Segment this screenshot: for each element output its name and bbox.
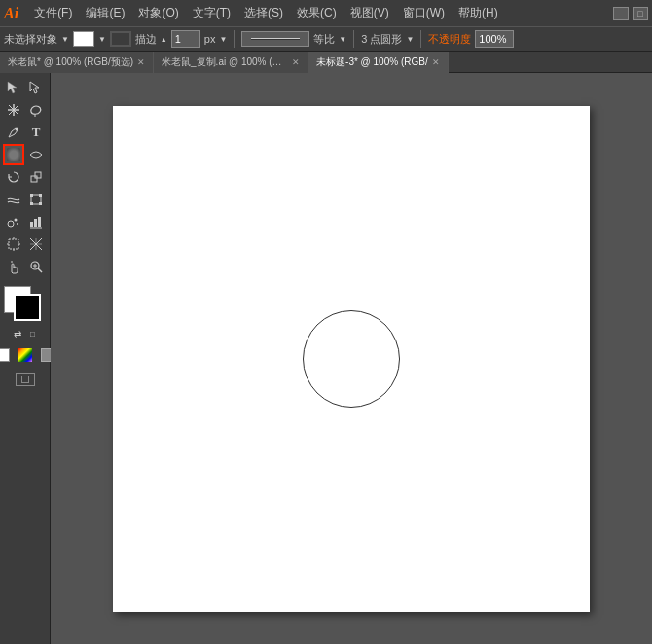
mesh-tool-icon <box>7 148 20 161</box>
stroke-line-preview <box>251 38 300 40</box>
menu-file[interactable]: 文件(F) <box>28 3 78 23</box>
menu-object[interactable]: 对象(O) <box>132 3 184 23</box>
bottom-tool-row-2 <box>15 369 36 390</box>
tab-close-0[interactable]: ✕ <box>137 57 145 67</box>
color-area <box>4 286 47 323</box>
hand-tool[interactable] <box>3 256 24 277</box>
selection-tool[interactable] <box>3 77 24 98</box>
free-transform-tool[interactable] <box>25 189 47 210</box>
divider2 <box>353 30 354 48</box>
text-tool[interactable]: T <box>25 122 47 143</box>
magic-wand-tool[interactable] <box>3 99 24 121</box>
menu-view[interactable]: 视图(V) <box>344 3 395 23</box>
symbol-sprayer-icon <box>6 214 21 230</box>
no-selection-label: 未选择对象 <box>4 32 57 47</box>
tab-1[interactable]: 米老鼠_复制.ai @ 100% (RGB/预选) ✕ <box>154 52 308 73</box>
opacity-input[interactable] <box>475 30 514 48</box>
tool-row-7 <box>3 211 47 233</box>
svg-rect-7 <box>35 172 41 178</box>
pen-icon <box>6 125 21 140</box>
magic-wand-icon <box>6 102 21 118</box>
shape-builder-tool[interactable] <box>25 144 47 165</box>
free-transform-icon <box>28 192 44 207</box>
artboard-icon <box>6 236 21 252</box>
fill-color-arrow[interactable]: ▼ <box>61 35 69 44</box>
slice-tool[interactable] <box>25 233 47 255</box>
minimize-button[interactable]: _ <box>613 7 629 20</box>
gradient-mesh-tool[interactable] <box>3 144 24 165</box>
equals-label: 等比 <box>313 32 335 47</box>
tool-row-5 <box>3 166 47 188</box>
direct-selection-tool[interactable] <box>25 77 47 98</box>
svg-rect-11 <box>30 202 33 205</box>
stroke-up-arrow[interactable]: ▲ <box>161 36 167 43</box>
fill-none-button[interactable] <box>0 344 14 366</box>
svg-point-14 <box>15 219 18 222</box>
bottom-tools <box>0 344 58 391</box>
canvas-area[interactable] <box>51 73 652 644</box>
tab-0[interactable]: 米老鼠* @ 100% (RGB/预选) ✕ <box>0 52 154 73</box>
shape-builder-icon <box>28 147 44 162</box>
artboard[interactable] <box>113 106 590 612</box>
swap-colors-button[interactable]: ⇄ <box>11 327 24 340</box>
stroke-value-input[interactable] <box>171 30 200 48</box>
tool-row-3: T <box>3 122 47 143</box>
text-tool-icon: T <box>32 125 41 140</box>
warp-icon <box>6 192 21 207</box>
color-mode-button[interactable] <box>15 344 36 366</box>
opacity-label: 不透明度 <box>428 32 471 47</box>
color-mode-icon <box>18 348 32 362</box>
app-logo: Ai <box>4 5 18 22</box>
rotate-tool[interactable] <box>3 166 24 188</box>
direct-selection-tool-icon <box>28 80 44 95</box>
scale-tool[interactable] <box>25 166 47 188</box>
zoom-tool[interactable] <box>25 256 47 277</box>
stroke-color-box[interactable] <box>110 31 131 47</box>
stroke-label: 描边 <box>135 32 157 47</box>
svg-rect-18 <box>38 217 41 227</box>
warp-tool[interactable] <box>3 189 24 210</box>
maximize-button[interactable]: □ <box>633 7 648 20</box>
svg-rect-17 <box>34 219 37 227</box>
options-bar: 未选择对象 ▼ ▼ 描边 ▲ px ▼ 等比 ▼ 3 点圆形 ▼ 不透明度 <box>0 26 652 52</box>
menu-type[interactable]: 文字(T) <box>187 3 236 23</box>
svg-point-5 <box>16 128 18 131</box>
tab-label-1: 米老鼠_复制.ai @ 100% (RGB/预选) <box>162 55 288 69</box>
tab-close-1[interactable]: ✕ <box>292 57 300 67</box>
column-graph-tool[interactable] <box>25 211 47 233</box>
selection-tool-icon <box>6 80 21 95</box>
menu-edit[interactable]: 编辑(E) <box>80 3 130 23</box>
hand-icon <box>6 259 21 274</box>
lasso-tool[interactable] <box>25 99 47 121</box>
tool-row-8 <box>3 233 47 255</box>
tab-label-0: 米老鼠* @ 100% (RGB/预选) <box>8 55 133 69</box>
svg-rect-12 <box>39 202 42 205</box>
equals-arrow[interactable]: ▼ <box>339 35 346 44</box>
menu-select[interactable]: 选择(S) <box>238 3 289 23</box>
pen-tool[interactable] <box>3 122 24 143</box>
scale-icon <box>28 169 44 185</box>
fill-color-box[interactable] <box>73 31 94 47</box>
divider1 <box>234 30 235 48</box>
foreground-color-swatch[interactable] <box>14 294 41 321</box>
ellipse-object[interactable] <box>303 310 400 408</box>
tool-row-4 <box>3 144 47 165</box>
menu-effect[interactable]: 效果(C) <box>291 3 343 23</box>
dot-arrow[interactable]: ▼ <box>406 35 414 44</box>
symbol-sprayer-tool[interactable] <box>3 211 24 233</box>
stroke-unit-arrow[interactable]: ▼ <box>219 35 227 44</box>
column-graph-icon <box>28 214 44 230</box>
fill-none-icon <box>0 348 10 362</box>
dot-label: 3 点圆形 <box>361 32 402 47</box>
artboard-tool[interactable] <box>3 233 24 255</box>
stroke-line-selector[interactable] <box>241 31 309 47</box>
tab-close-2[interactable]: ✕ <box>432 57 440 67</box>
tabs-bar: 米老鼠* @ 100% (RGB/预选) ✕ 米老鼠_复制.ai @ 100% … <box>0 52 652 73</box>
menu-help[interactable]: 帮助(H) <box>453 3 504 23</box>
menu-bar: Ai 文件(F) 编辑(E) 对象(O) 文字(T) 选择(S) 效果(C) 视… <box>0 0 652 26</box>
screen-mode-button[interactable] <box>15 369 36 390</box>
stroke-color-arrow[interactable]: ▼ <box>98 35 106 44</box>
default-colors-button[interactable]: □ <box>26 327 40 340</box>
menu-window[interactable]: 窗口(W) <box>397 3 451 23</box>
tab-2[interactable]: 未标题-3* @ 100% (RGB/ ✕ <box>308 52 449 73</box>
